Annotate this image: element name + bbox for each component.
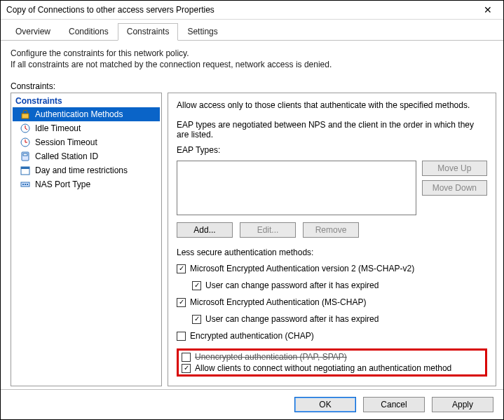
desc-line-1: Configure the constraints for this netwo…: [11, 48, 493, 59]
checkbox-icon: [177, 264, 186, 273]
checkbox-icon: [182, 364, 191, 373]
highlighted-area: Unencrypted authentication (PAP, SPAP) A…: [177, 348, 487, 377]
checkbox-icon: [177, 332, 186, 341]
eap-types-label: EAP Types:: [177, 145, 487, 155]
tab-overview[interactable]: Overview: [6, 23, 60, 41]
chk-label: Microsoft Encrypted Authentication versi…: [190, 264, 414, 273]
chk-mschapv2[interactable]: Microsoft Encrypted Authentication versi…: [177, 263, 487, 274]
constraints-tree: Constraints Authentication Methods Idle …: [11, 93, 162, 386]
chk-label: User can change password after it has ex…: [205, 280, 379, 290]
chk-chap[interactable]: Encrypted authentication (CHAP): [177, 330, 487, 341]
chk-user-change-1[interactable]: User can change password after it has ex…: [177, 280, 487, 291]
tree-item-label: Session Timeout: [35, 137, 97, 147]
svg-rect-10: [27, 184, 28, 185]
tree-item-nas-port[interactable]: NAS Port Type: [13, 177, 160, 191]
settings-pane: Allow access only to those clients that …: [168, 93, 496, 386]
tab-conditions[interactable]: Conditions: [60, 23, 118, 41]
svg-rect-6: [21, 167, 29, 169]
chk-label: Encrypted authentication (CHAP): [190, 331, 314, 341]
tree-group-header: Constraints: [13, 95, 160, 107]
chk-pap[interactable]: Unencrypted authentication (PAP, SPAP): [182, 351, 482, 363]
checkbox-icon: [177, 298, 186, 307]
checkbox-icon: [182, 353, 191, 362]
tab-constraints[interactable]: Constraints: [118, 23, 179, 41]
chk-label: User can change password after it has ex…: [205, 314, 379, 324]
window-title: Copy of Connections to other access serv…: [6, 5, 214, 15]
desc-line-2: If all constraints are not matched by th…: [11, 59, 493, 70]
add-button[interactable]: Add...: [177, 222, 233, 238]
eap-note: EAP types are negotiated between NPS and…: [177, 120, 487, 140]
tab-strip: Overview Conditions Constraints Settings: [1, 20, 503, 41]
svg-rect-4: [23, 154, 27, 156]
move-down-button[interactable]: Move Down: [422, 180, 487, 196]
svg-rect-8: [22, 184, 24, 185]
tree-item-label: Day and time restrictions: [35, 165, 128, 175]
close-button[interactable]: ✕: [474, 5, 502, 15]
tree-item-day-time[interactable]: Day and time restrictions: [13, 163, 160, 177]
ok-button[interactable]: OK: [294, 397, 356, 412]
chk-mschap[interactable]: Microsoft Encrypted Authentication (MS-C…: [177, 297, 487, 308]
tree-item-called-station[interactable]: Called Station ID: [13, 149, 160, 163]
tree-item-auth-methods[interactable]: Authentication Methods: [13, 107, 160, 121]
svg-rect-0: [22, 114, 29, 118]
checkbox-icon: [192, 315, 201, 324]
lock-icon: [20, 109, 31, 120]
main-area: Constraints Authentication Methods Idle …: [1, 93, 503, 389]
remove-button[interactable]: Remove: [303, 222, 359, 238]
chk-user-change-2[interactable]: User can change password after it has ex…: [177, 313, 487, 325]
title-bar: Copy of Connections to other access serv…: [1, 1, 503, 20]
chk-label: Microsoft Encrypted Authentication (MS-C…: [190, 297, 366, 307]
policy-description: Configure the constraints for this netwo…: [1, 41, 503, 73]
tree-item-label: Authentication Methods: [35, 109, 123, 119]
svg-rect-9: [25, 184, 26, 185]
checkbox-icon: [192, 281, 201, 290]
edit-button[interactable]: Edit...: [240, 222, 296, 238]
less-secure-label: Less secure authentication methods:: [177, 248, 487, 257]
chk-label: Allow clients to connect without negotia…: [195, 363, 451, 373]
session-icon: [20, 137, 31, 148]
move-up-button[interactable]: Move Up: [422, 161, 487, 176]
port-icon: [20, 179, 31, 190]
eap-types-list[interactable]: [177, 161, 416, 215]
calendar-icon: [20, 165, 31, 176]
tree-item-label: Idle Timeout: [35, 123, 81, 133]
pane-intro: Allow access only to those clients that …: [177, 100, 487, 110]
cancel-button[interactable]: Cancel: [363, 397, 425, 412]
eap-action-row: Add... Edit... Remove: [177, 222, 487, 238]
tree-item-label: Called Station ID: [35, 151, 98, 161]
eap-side-buttons: Move Up Move Down: [422, 161, 487, 196]
idle-icon: [20, 123, 31, 134]
eap-row: Move Up Move Down: [177, 161, 487, 215]
apply-button[interactable]: Apply: [432, 397, 493, 412]
chk-label: Unencrypted authentication (PAP, SPAP): [195, 352, 347, 362]
phone-icon: [20, 151, 31, 162]
constraints-label: Constraints:: [1, 73, 503, 93]
tree-item-label: NAS Port Type: [35, 179, 90, 189]
tree-item-session-timeout[interactable]: Session Timeout: [13, 135, 160, 149]
dialog-button-bar: OK Cancel Apply: [1, 389, 503, 419]
chk-allow-no-negotiation[interactable]: Allow clients to connect without negotia…: [182, 363, 482, 374]
tab-settings[interactable]: Settings: [178, 23, 226, 41]
tree-item-idle-timeout[interactable]: Idle Timeout: [13, 121, 160, 135]
